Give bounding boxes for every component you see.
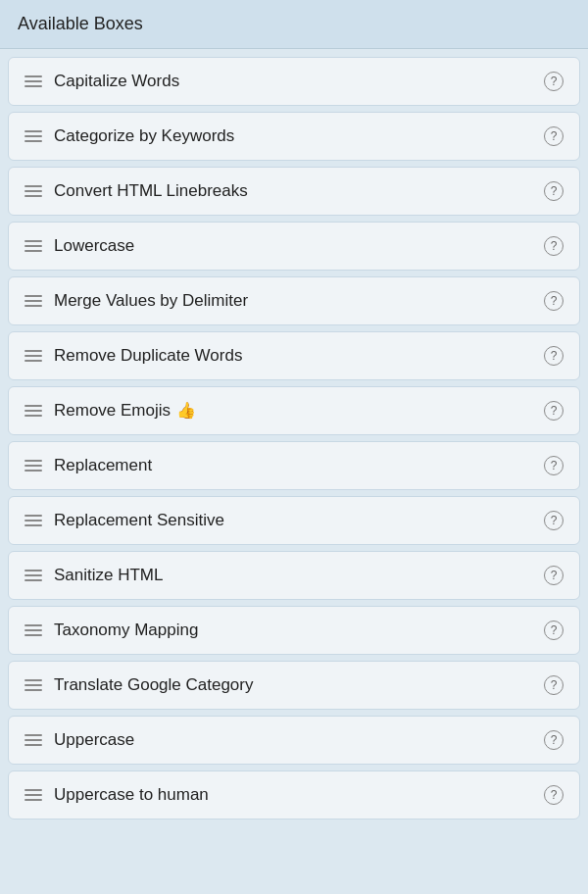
item-label-uppercase-to-human: Uppercase to human <box>54 785 528 805</box>
list-item-merge-values-by-delimiter[interactable]: Merge Values by Delimiter? <box>8 276 580 325</box>
help-icon-sanitize-html[interactable]: ? <box>544 566 564 585</box>
help-icon-translate-google-category[interactable]: ? <box>544 675 564 695</box>
item-label-replacement-sensitive: Replacement Sensitive <box>54 511 528 530</box>
drag-handle-icon <box>24 185 42 197</box>
item-label-sanitize-html: Sanitize HTML <box>54 566 528 585</box>
drag-handle-icon <box>24 679 42 691</box>
item-label-taxonomy-mapping: Taxonomy Mapping <box>54 621 528 640</box>
drag-handle-icon <box>24 130 42 142</box>
list-item-convert-html-linebreaks[interactable]: Convert HTML Linebreaks? <box>8 167 580 216</box>
drag-handle-icon <box>24 515 42 526</box>
list-item-remove-emojis[interactable]: Remove Emojis 👍? <box>8 386 580 435</box>
list-item-uppercase-to-human[interactable]: Uppercase to human? <box>8 770 580 820</box>
drag-handle-icon <box>24 789 42 801</box>
header-title: Available Boxes <box>18 14 143 33</box>
help-icon-remove-emojis[interactable]: ? <box>544 401 564 421</box>
drag-handle-icon <box>24 624 42 636</box>
help-icon-categorize-by-keywords[interactable]: ? <box>544 126 564 146</box>
help-icon-convert-html-linebreaks[interactable]: ? <box>544 181 564 201</box>
help-icon-taxonomy-mapping[interactable]: ? <box>544 621 564 640</box>
list-item-capitalize-words[interactable]: Capitalize Words? <box>8 57 580 106</box>
item-label-capitalize-words: Capitalize Words <box>54 72 528 91</box>
header: Available Boxes <box>0 0 588 49</box>
help-icon-uppercase-to-human[interactable]: ? <box>544 785 564 805</box>
list-item-taxonomy-mapping[interactable]: Taxonomy Mapping? <box>8 606 580 655</box>
item-label-remove-emojis: Remove Emojis 👍 <box>54 401 528 421</box>
item-label-replacement: Replacement <box>54 456 528 475</box>
item-label-remove-duplicate-words: Remove Duplicate Words <box>54 346 528 366</box>
list-item-sanitize-html[interactable]: Sanitize HTML? <box>8 551 580 600</box>
help-icon-uppercase[interactable]: ? <box>544 730 564 750</box>
list-item-uppercase[interactable]: Uppercase? <box>8 716 580 765</box>
help-icon-remove-duplicate-words[interactable]: ? <box>544 346 564 366</box>
item-emoji: 👍 <box>172 402 196 419</box>
list-item-lowercase[interactable]: Lowercase? <box>8 222 580 271</box>
item-label-convert-html-linebreaks: Convert HTML Linebreaks <box>54 181 528 201</box>
drag-handle-icon <box>24 460 42 472</box>
item-label-lowercase: Lowercase <box>54 236 528 256</box>
list-container: Capitalize Words?Categorize by Keywords?… <box>0 49 588 827</box>
item-label-merge-values-by-delimiter: Merge Values by Delimiter <box>54 291 528 311</box>
item-label-categorize-by-keywords: Categorize by Keywords <box>54 126 528 146</box>
item-label-uppercase: Uppercase <box>54 730 528 750</box>
drag-handle-icon <box>24 75 42 87</box>
list-item-categorize-by-keywords[interactable]: Categorize by Keywords? <box>8 112 580 161</box>
help-icon-capitalize-words[interactable]: ? <box>544 72 564 91</box>
drag-handle-icon <box>24 350 42 362</box>
list-item-replacement-sensitive[interactable]: Replacement Sensitive? <box>8 496 580 545</box>
drag-handle-icon <box>24 405 42 417</box>
help-icon-replacement[interactable]: ? <box>544 456 564 475</box>
drag-handle-icon <box>24 734 42 746</box>
list-item-remove-duplicate-words[interactable]: Remove Duplicate Words? <box>8 331 580 380</box>
drag-handle-icon <box>24 240 42 252</box>
help-icon-merge-values-by-delimiter[interactable]: ? <box>544 291 564 311</box>
drag-handle-icon <box>24 570 42 581</box>
help-icon-replacement-sensitive[interactable]: ? <box>544 511 564 530</box>
list-item-translate-google-category[interactable]: Translate Google Category? <box>8 661 580 710</box>
item-label-translate-google-category: Translate Google Category <box>54 675 528 695</box>
help-icon-lowercase[interactable]: ? <box>544 236 564 256</box>
drag-handle-icon <box>24 295 42 307</box>
list-item-replacement[interactable]: Replacement? <box>8 441 580 490</box>
